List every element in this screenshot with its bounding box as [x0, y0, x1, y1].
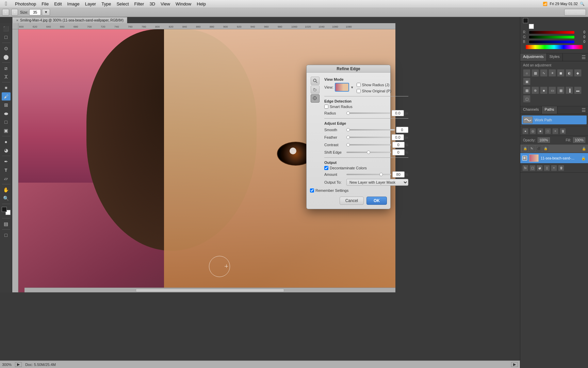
- exposure-adj-btn[interactable]: ☀: [549, 69, 556, 77]
- remember-settings-checkbox[interactable]: [310, 188, 314, 193]
- layer-eye-icon[interactable]: 👁: [522, 156, 527, 160]
- hue-sat-adj-btn[interactable]: ◐: [566, 69, 573, 77]
- tab-channels[interactable]: Channels: [520, 106, 542, 114]
- menu-edit[interactable]: Edit: [51, 0, 64, 7]
- text-tool[interactable]: T: [2, 166, 11, 174]
- menu-help[interactable]: Help: [194, 0, 209, 7]
- fg-color-swatch[interactable]: [523, 18, 528, 23]
- brightness-adj-btn[interactable]: ☼: [523, 69, 530, 77]
- amount-slider[interactable]: [346, 174, 391, 175]
- blur-tool[interactable]: ●: [2, 138, 11, 146]
- ok-button[interactable]: OK: [366, 197, 387, 205]
- fg-bg-color-selector[interactable]: [2, 207, 11, 215]
- tab-adjustments[interactable]: Adjustments: [520, 53, 547, 61]
- tab-close-btn[interactable]: ✕: [16, 19, 19, 22]
- spot-healing-tool[interactable]: ✷: [2, 84, 11, 92]
- lock-move-btn[interactable]: ⬛: [536, 146, 541, 151]
- clone-stamp-tool[interactable]: ⊞: [2, 101, 11, 109]
- refine-hand-tool[interactable]: [311, 86, 320, 94]
- adj-panel-menu-btn[interactable]: ☰: [579, 53, 588, 61]
- cancel-button[interactable]: Cancel: [340, 197, 364, 205]
- r-value[interactable]: 0: [576, 30, 585, 34]
- dodge-tool[interactable]: ◕: [2, 146, 11, 154]
- screen-mode[interactable]: □: [2, 231, 11, 239]
- apple-menu[interactable]: : [0, 1, 12, 7]
- zoom-tool[interactable]: 🔍: [2, 194, 11, 202]
- selection-tool[interactable]: □: [2, 33, 11, 41]
- view-dropdown-arrow[interactable]: ▼: [350, 86, 354, 89]
- crop-tool[interactable]: ⧄: [2, 64, 11, 72]
- eyedropper-tool[interactable]: ⯰: [2, 73, 11, 81]
- lasso-tool[interactable]: ⊙: [2, 44, 11, 52]
- menu-filter[interactable]: Filter: [132, 0, 147, 7]
- zoom-icon[interactable]: ▶: [15, 362, 22, 367]
- photo-filter-adj-btn[interactable]: ▩: [523, 87, 530, 94]
- fill-path-btn[interactable]: ●: [522, 128, 528, 134]
- show-original-checkbox[interactable]: [357, 89, 361, 93]
- quick-mask-mode[interactable]: ▤: [2, 220, 11, 228]
- selective-color-adj-btn[interactable]: ▢: [523, 95, 530, 103]
- radius-value[interactable]: 0.0: [392, 110, 404, 116]
- refine-edge-brush[interactable]: [311, 94, 320, 103]
- lock-all-btn[interactable]: 🔒: [543, 146, 548, 151]
- foreground-color[interactable]: [2, 207, 7, 212]
- posterize-adj-btn[interactable]: ▦: [557, 87, 565, 94]
- menu-window[interactable]: Window: [173, 0, 194, 7]
- quick-selection-tool[interactable]: ⬤: [2, 53, 11, 61]
- new-mask-btn[interactable]: ▢: [529, 165, 536, 171]
- work-path-item[interactable]: Work Path: [522, 116, 587, 124]
- refine-zoom-tool[interactable]: [311, 77, 320, 85]
- new-path-btn[interactable]: +: [552, 128, 558, 134]
- menu-type[interactable]: Type: [99, 0, 114, 7]
- new-layer-btn[interactable]: +: [551, 165, 557, 171]
- smooth-value[interactable]: 0: [396, 127, 408, 133]
- contrast-value[interactable]: 0: [392, 142, 405, 148]
- view-thumbnail[interactable]: [335, 83, 349, 92]
- menu-select[interactable]: Select: [114, 0, 131, 7]
- red-slider[interactable]: [529, 31, 574, 34]
- load-selection-btn[interactable]: ■: [537, 128, 543, 134]
- new-adj-btn[interactable]: ◕: [537, 165, 543, 171]
- chan-panel-menu-btn[interactable]: ☰: [579, 106, 588, 114]
- invert-adj-btn[interactable]: ▭: [549, 87, 556, 94]
- shift-edge-value[interactable]: 0: [392, 149, 405, 155]
- levels-adj-btn[interactable]: ▩: [532, 69, 539, 77]
- search-icon[interactable]: 🔍: [580, 2, 585, 6]
- horizontal-scrollbar[interactable]: [24, 288, 395, 292]
- gradient-map-adj-btn[interactable]: ▬: [574, 87, 582, 94]
- output-to-select[interactable]: New Layer with Layer Mask: [346, 179, 408, 186]
- layer-fx-btn[interactable]: fx: [522, 165, 528, 171]
- spectrum-bar[interactable]: [526, 45, 583, 49]
- brush-tool[interactable]: 🖌: [2, 92, 11, 101]
- stroke-path-btn[interactable]: ◎: [530, 128, 536, 134]
- lock-trans-btn[interactable]: 🔒: [522, 146, 528, 151]
- color-balance-adj-btn[interactable]: ◆: [574, 69, 582, 77]
- shift-edge-slider[interactable]: [346, 152, 391, 153]
- tab-paths[interactable]: Paths: [542, 106, 557, 114]
- history-brush-tool[interactable]: ⬬: [2, 109, 11, 118]
- menu-view[interactable]: View: [158, 0, 173, 7]
- show-radius-checkbox[interactable]: [357, 83, 361, 87]
- size-unit-btn[interactable]: ▼: [42, 9, 50, 16]
- brush-preset-btn[interactable]: ●: [2, 9, 9, 16]
- channel-mixer-adj-btn[interactable]: ⊕: [532, 87, 539, 94]
- move-tool[interactable]: ⬛: [2, 25, 11, 33]
- threshold-adj-btn[interactable]: ▐: [566, 87, 573, 94]
- smooth-slider[interactable]: [346, 129, 395, 131]
- delete-path-btn[interactable]: 🗑: [560, 128, 566, 134]
- hand-tool[interactable]: ✋: [2, 186, 11, 194]
- vibrance-adj-btn[interactable]: ◼: [557, 69, 565, 77]
- brush-tool-btn[interactable]: ●: [11, 9, 18, 16]
- curves-adj-btn[interactable]: ∿: [540, 69, 548, 77]
- smart-radius-checkbox[interactable]: [324, 105, 328, 109]
- amount-value[interactable]: 80: [392, 171, 405, 178]
- mask-from-path-btn[interactable]: □: [545, 128, 551, 134]
- menu-photoshop[interactable]: Photoshop: [12, 0, 39, 7]
- green-slider[interactable]: [529, 36, 574, 39]
- pen-tool[interactable]: ✒: [2, 157, 11, 166]
- fg-bg-swatches[interactable]: [523, 18, 534, 29]
- menu-file[interactable]: File: [39, 0, 51, 7]
- delete-layer-btn[interactable]: 🗑: [558, 165, 564, 171]
- size-input[interactable]: [29, 9, 41, 15]
- play-icon[interactable]: ▶: [511, 362, 518, 367]
